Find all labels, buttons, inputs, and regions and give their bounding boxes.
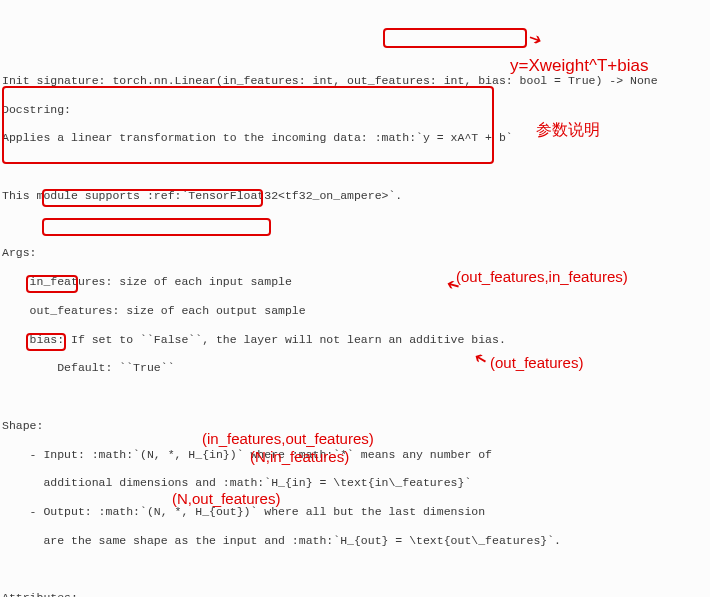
anno-formula: y=Xweight^T+bias bbox=[510, 55, 648, 76]
blank bbox=[2, 218, 710, 232]
applies-line: Applies a linear transformation to the i… bbox=[2, 131, 710, 145]
anno-n-in: (N,in_features) bbox=[250, 448, 349, 467]
blank bbox=[2, 563, 710, 577]
blank bbox=[2, 390, 710, 404]
args-title: Args: bbox=[2, 246, 710, 260]
shape-in2: additional dimensions and :math:`H_{in} … bbox=[2, 476, 710, 490]
box-args-block bbox=[2, 86, 494, 164]
anno-out-feat: (out_features) bbox=[490, 354, 583, 373]
supports-line: This module supports :ref:`TensorFloat32… bbox=[2, 189, 710, 203]
shape-out2: are the same shape as the input and :mat… bbox=[2, 534, 710, 548]
blank bbox=[2, 160, 710, 174]
anno-in-out: (in_features,out_features) bbox=[202, 430, 374, 449]
args-default: Default: ``True`` bbox=[2, 361, 710, 375]
shape-out1: - Output: :math:`(N, *, H_{out})` where … bbox=[2, 505, 710, 519]
anno-out-in: (out_features,in_features) bbox=[456, 268, 628, 287]
attr-title: Attributes: bbox=[2, 591, 710, 597]
shape-in1: - Input: :math:`(N, *, H_{in})` where :m… bbox=[2, 448, 710, 462]
box-math-formula bbox=[383, 28, 527, 48]
anno-n-out: (N,out_features) bbox=[172, 490, 280, 509]
anno-param-desc: 参数说明 bbox=[536, 120, 600, 140]
args-bias: bias: If set to ``False``, the layer wil… bbox=[2, 333, 710, 347]
arrow-icon: ➔ bbox=[525, 28, 545, 53]
docstring-label: Docstring: bbox=[2, 103, 710, 117]
args-out: out_features: size of each output sample bbox=[2, 304, 710, 318]
